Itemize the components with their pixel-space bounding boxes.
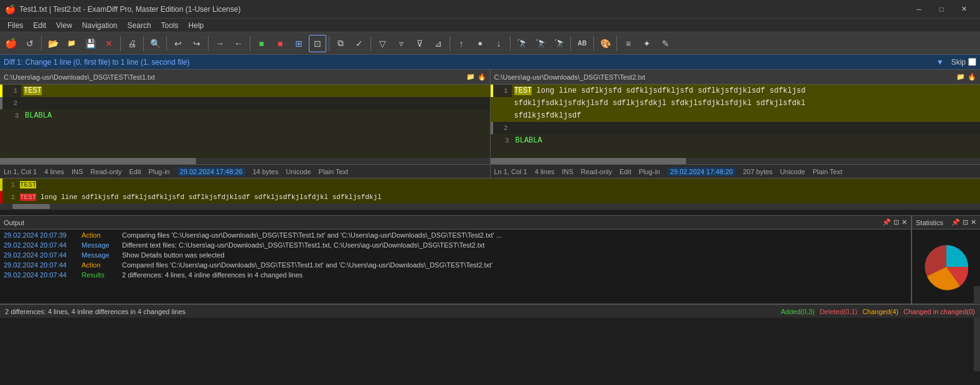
left-ins: INS bbox=[72, 168, 83, 175]
right-pane-header: C:\Users\ag-usr\Downloads\_DSG\TEST\Test… bbox=[491, 70, 981, 85]
toolbar-separator-5 bbox=[208, 36, 209, 51]
statistics-pane: Statistics 📌 ⊡ ✕ bbox=[912, 216, 980, 304]
toolbar: 🍎 ↺ 📂 📁 💾 ✕ 🖨 🔍 ↩ ↪ → ← ■ ■ ⊞ ⊡ ⧉ ✓ ▽ ▿ … bbox=[0, 32, 980, 55]
statistics-pie-chart bbox=[921, 242, 971, 292]
output-close-icon[interactable]: ✕ bbox=[902, 218, 907, 226]
filter3-button[interactable]: ⊽ bbox=[411, 35, 428, 52]
find1-button[interactable]: 🔭 bbox=[513, 35, 530, 52]
left-folder-icon[interactable]: 📁 bbox=[466, 73, 475, 81]
toolbar-separator-10 bbox=[510, 36, 511, 51]
find3-button[interactable]: 🔭 bbox=[550, 35, 568, 52]
badge-deleted: Deleted(0,1) bbox=[819, 308, 857, 315]
right-encoding: Unicode bbox=[780, 168, 805, 175]
left-scrollbar-h[interactable] bbox=[0, 158, 490, 164]
menu-search[interactable]: Search bbox=[123, 20, 156, 31]
scroll-square-button[interactable]: ■ bbox=[471, 35, 489, 52]
skip-checkbox[interactable] bbox=[968, 58, 976, 66]
output-content[interactable]: 29.02.2024 20:07:39 Action Comparing fil… bbox=[0, 230, 911, 304]
menu-help[interactable]: Help bbox=[184, 20, 209, 31]
menu-tools[interactable]: Tools bbox=[156, 20, 184, 31]
toolbar-separator-8 bbox=[370, 36, 371, 51]
stats-scrollbar[interactable] bbox=[974, 286, 980, 371]
output-pin-icon[interactable]: 📌 bbox=[882, 218, 891, 226]
edit-button[interactable]: ✎ bbox=[657, 35, 674, 52]
toolbar-separator-1 bbox=[41, 36, 42, 51]
right-readonly: Read-only bbox=[581, 168, 612, 175]
right-scrollbar-h[interactable] bbox=[491, 158, 981, 164]
view-right-button[interactable]: ■ bbox=[271, 35, 289, 52]
menu-files[interactable]: Files bbox=[2, 20, 28, 31]
redo-button[interactable]: ↪ bbox=[188, 35, 205, 52]
menu-view[interactable]: View bbox=[51, 20, 77, 31]
find2-button[interactable]: 🔭 bbox=[532, 35, 549, 52]
diff-nav-dropdown-arrow[interactable]: ▼ bbox=[936, 58, 944, 67]
right-edit: Edit bbox=[620, 168, 631, 175]
right-diff-content[interactable]: 1 TEST long line sdflkjsfd sdfkljsdfkljs… bbox=[491, 85, 981, 158]
refresh-button[interactable]: ↺ bbox=[21, 35, 39, 52]
palette-button[interactable]: 🎨 bbox=[596, 35, 614, 52]
output-row: 29.02.2024 20:07:44 Results 2 difference… bbox=[0, 271, 911, 281]
filter4-button[interactable]: ⊿ bbox=[430, 35, 447, 52]
mini-diff-scrollbar[interactable] bbox=[0, 203, 980, 210]
output-date: 29.02.2024 20:07:44 bbox=[4, 251, 82, 259]
save-button[interactable]: 💾 bbox=[82, 35, 99, 52]
undo-button[interactable]: ↩ bbox=[169, 35, 187, 52]
badge-changed-in-changed: Changed in changed(0) bbox=[903, 308, 975, 315]
output-date: 29.02.2024 20:07:39 bbox=[4, 231, 82, 239]
diff-main: C:\Users\ag-usr\Downloads\_DSG\TEST\Test… bbox=[0, 70, 980, 179]
badge-added: Added(0,3) bbox=[781, 308, 814, 315]
left-format: Plain Text bbox=[319, 168, 349, 175]
right-diff-pane: C:\Users\ag-usr\Downloads\_DSG\TEST\Test… bbox=[491, 70, 981, 178]
toolbar-separator-7 bbox=[329, 36, 329, 51]
right-line-1: 1 TEST long line sdflkjsfd sdfkljsdfkljs… bbox=[491, 85, 981, 122]
filter2-button[interactable]: ▿ bbox=[392, 35, 410, 52]
maximize-button[interactable]: □ bbox=[930, 1, 953, 18]
zoom-button[interactable]: 🔍 bbox=[146, 35, 164, 52]
print-button[interactable]: 🖨 bbox=[123, 35, 141, 52]
ab-button[interactable]: AB bbox=[573, 35, 591, 52]
right-path: C:\Users\ag-usr\Downloads\_DSG\TEST\Test… bbox=[494, 73, 953, 81]
close-button[interactable]: ✕ bbox=[953, 1, 975, 18]
left-linenum-3: 3 bbox=[4, 109, 22, 122]
right-linenum-1: 1 bbox=[493, 85, 512, 97]
right-linetext-3: BLABLA bbox=[513, 134, 981, 147]
close-file-button[interactable]: ✕ bbox=[100, 35, 118, 52]
right-folder-icon[interactable]: 📁 bbox=[956, 73, 965, 81]
stats-pin-icon[interactable]: 📌 bbox=[951, 218, 960, 226]
right-lines: 4 lines bbox=[535, 168, 555, 175]
menu-edit[interactable]: Edit bbox=[28, 20, 51, 31]
left-edit: Edit bbox=[129, 168, 141, 175]
menu-navigation[interactable]: Navigation bbox=[77, 20, 123, 31]
mini-linetext-1-right: TEST long line sdflkjsfd sdfkljsdfkljsfd… bbox=[17, 193, 384, 201]
filter1-button[interactable]: ▽ bbox=[374, 35, 391, 52]
left-linetext-1: TEST bbox=[21, 85, 490, 97]
scroll-up-button[interactable]: ↑ bbox=[453, 35, 470, 52]
view-diff-button[interactable]: ⊡ bbox=[309, 35, 326, 52]
output-message: Show Details button was selected bbox=[122, 251, 907, 259]
scroll-down-button[interactable]: ↓ bbox=[490, 35, 507, 52]
open-file1-button[interactable]: 📂 bbox=[44, 35, 62, 52]
left-lines: 4 lines bbox=[44, 168, 64, 175]
view-left-button[interactable]: ■ bbox=[253, 35, 270, 52]
left-diff-content[interactable]: 1 TEST 2 3 BLABLA bbox=[0, 85, 490, 158]
toolbar-separator-6 bbox=[250, 36, 250, 51]
minimize-button[interactable]: ─ bbox=[908, 1, 930, 18]
prev-diff-button[interactable]: ← bbox=[230, 35, 247, 52]
apple-toolbar-icon[interactable]: 🍎 bbox=[2, 35, 20, 52]
right-linenum-3: 3 bbox=[494, 134, 513, 147]
open-file2-button[interactable]: 📁 bbox=[63, 35, 80, 52]
next-diff-button[interactable]: → bbox=[211, 35, 229, 52]
check-button[interactable]: ✓ bbox=[351, 35, 368, 52]
view-split-button[interactable]: ⊞ bbox=[290, 35, 308, 52]
stats-float-icon[interactable]: ⊡ bbox=[963, 218, 968, 226]
stats-close-icon[interactable]: ✕ bbox=[971, 218, 976, 226]
output-float-icon[interactable]: ⊡ bbox=[893, 218, 899, 226]
toolbar-separator-9 bbox=[450, 36, 450, 51]
lines-button[interactable]: ≡ bbox=[620, 35, 637, 52]
left-date: 29.02.2024 17:48:26 bbox=[177, 167, 245, 176]
star-button[interactable]: ✦ bbox=[638, 35, 656, 52]
stats-header: Statistics 📌 ⊡ ✕ bbox=[912, 216, 980, 230]
copy-left-button[interactable]: ⧉ bbox=[332, 35, 349, 52]
title-bar: 🍎 Test1.txt | Test2.txt - ExamDiff Pro, … bbox=[0, 0, 980, 19]
left-size: 14 bytes bbox=[253, 168, 279, 175]
